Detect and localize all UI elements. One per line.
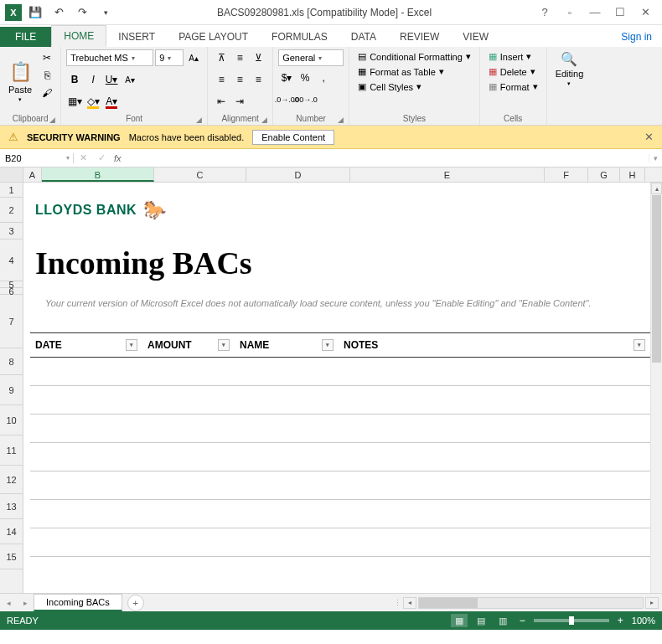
enable-content-button[interactable]: Enable Content xyxy=(252,130,334,145)
filter-name-button[interactable]: ▾ xyxy=(322,339,334,351)
paste-button[interactable]: 📋 Paste ▾ xyxy=(5,49,35,114)
zoom-slider-thumb[interactable] xyxy=(569,616,574,625)
select-all-button[interactable] xyxy=(0,167,23,182)
name-box[interactable]: B20▾ xyxy=(0,153,74,163)
enter-formula-button[interactable]: ✓ xyxy=(92,152,111,163)
clipboard-launcher[interactable]: ◢ xyxy=(49,116,55,124)
zoom-in-button[interactable]: + xyxy=(614,615,627,626)
tab-formulas[interactable]: FORMULAS xyxy=(260,27,339,47)
hscroll-left-button[interactable]: ◂ xyxy=(403,597,416,609)
align-left-button[interactable]: ≡ xyxy=(213,71,230,88)
underline-button[interactable]: U▾ xyxy=(103,71,120,88)
hscroll-thumb[interactable] xyxy=(419,598,478,608)
help-button[interactable]: ? xyxy=(533,3,556,23)
fill-color-button[interactable]: ◇▾ xyxy=(85,93,101,110)
column-header-d[interactable]: D xyxy=(246,167,350,182)
redo-button[interactable]: ↷ xyxy=(72,3,92,23)
tab-review[interactable]: REVIEW xyxy=(388,27,451,47)
ribbon-options-button[interactable]: ▫ xyxy=(558,3,582,23)
column-header-h[interactable]: H xyxy=(620,167,645,182)
conditional-formatting-button[interactable]: ▤Conditional Formatting ▾ xyxy=(354,49,474,64)
tab-insert[interactable]: INSERT xyxy=(106,27,167,47)
cells-area[interactable]: LLOYDS BANK 🐎 Incoming BACs Your current… xyxy=(23,183,662,593)
hscroll-track[interactable] xyxy=(418,597,644,609)
format-as-table-button[interactable]: ▦Format as Table ▾ xyxy=(354,64,474,79)
row-header-12[interactable]: 12 xyxy=(0,466,23,494)
increase-indent-button[interactable]: ⇥ xyxy=(231,93,248,110)
borders-button[interactable]: ▦▾ xyxy=(66,93,83,110)
column-header-g[interactable]: G xyxy=(588,167,620,182)
zoom-out-button[interactable]: − xyxy=(516,615,529,626)
number-format-select[interactable]: General▾ xyxy=(278,49,344,66)
hscroll-split-button[interactable]: ⋮ xyxy=(394,599,401,607)
page-break-view-button[interactable]: ▥ xyxy=(494,614,511,627)
delete-cells-button[interactable]: ▦Delete ▾ xyxy=(485,64,541,79)
formula-input[interactable] xyxy=(125,153,649,163)
sheet-prev-button[interactable]: ◂ xyxy=(7,599,11,607)
row-header-4[interactable]: 4 xyxy=(0,240,23,281)
row-header-8[interactable]: 8 xyxy=(0,348,23,375)
row-header-14[interactable]: 14 xyxy=(0,519,23,544)
minimize-button[interactable]: — xyxy=(583,3,607,23)
decrease-indent-button[interactable]: ⇤ xyxy=(213,93,230,110)
column-header-f[interactable]: F xyxy=(545,167,588,182)
column-header-b[interactable]: B xyxy=(42,167,154,182)
align-top-button[interactable]: ⊼ xyxy=(213,49,230,66)
sign-in-link[interactable]: Sign in xyxy=(611,27,662,47)
undo-button[interactable]: ↶ xyxy=(49,3,69,23)
decrease-decimal-button[interactable]: .00→.0 xyxy=(297,91,313,108)
align-middle-button[interactable]: ≡ xyxy=(231,49,248,66)
row-header-7[interactable]: 7 xyxy=(0,295,23,348)
tab-view[interactable]: VIEW xyxy=(451,27,500,47)
scroll-thumb[interactable] xyxy=(652,195,661,363)
font-color-button[interactable]: A▾ xyxy=(103,93,120,110)
row-header-6[interactable]: 6 xyxy=(0,288,23,295)
cancel-formula-button[interactable]: ✕ xyxy=(74,152,92,163)
font-size-select[interactable]: 9▾ xyxy=(155,49,184,66)
qat-customize-button[interactable]: ▾ xyxy=(96,3,116,23)
cut-button[interactable]: ✂ xyxy=(39,49,55,66)
expand-formula-bar-button[interactable]: ▾ xyxy=(649,154,662,162)
format-cells-button[interactable]: ▦Format ▾ xyxy=(485,80,541,94)
filter-notes-button[interactable]: ▾ xyxy=(634,339,645,351)
close-button[interactable]: ✕ xyxy=(634,3,657,23)
row-header-2[interactable]: 2 xyxy=(0,198,23,223)
row-header-1[interactable]: 1 xyxy=(0,183,23,198)
horizontal-scrollbar[interactable]: ⋮ ◂ ▸ xyxy=(394,597,662,609)
italic-button[interactable]: I xyxy=(85,71,101,88)
comma-button[interactable]: , xyxy=(315,70,332,86)
maximize-button[interactable]: ☐ xyxy=(608,3,632,23)
tab-page-layout[interactable]: PAGE LAYOUT xyxy=(167,27,260,47)
align-bottom-button[interactable]: ⊻ xyxy=(250,49,266,66)
tab-file[interactable]: FILE xyxy=(0,27,51,47)
sheet-tab[interactable]: Incoming BACs xyxy=(34,594,122,611)
insert-cells-button[interactable]: ▦Insert ▾ xyxy=(485,49,541,64)
font-name-select[interactable]: Trebuchet MS▾ xyxy=(66,49,153,66)
add-sheet-button[interactable]: + xyxy=(127,595,144,611)
filter-date-button[interactable]: ▾ xyxy=(126,339,137,351)
copy-button[interactable]: ⎘ xyxy=(39,67,55,84)
row-header-13[interactable]: 13 xyxy=(0,494,23,519)
accounting-format-button[interactable]: $▾ xyxy=(278,70,295,86)
close-security-button[interactable]: ✕ xyxy=(644,131,654,143)
find-select-button[interactable]: 🔍 Editing ▾ xyxy=(552,49,587,89)
tab-home[interactable]: HOME xyxy=(51,25,106,47)
decrease-font-button[interactable]: A▾ xyxy=(122,71,138,88)
scroll-up-button[interactable]: ▴ xyxy=(651,183,662,194)
column-header-e[interactable]: E xyxy=(350,167,545,182)
alignment-launcher[interactable]: ◢ xyxy=(261,116,267,124)
percent-button[interactable]: % xyxy=(297,70,313,86)
filter-amount-button[interactable]: ▾ xyxy=(218,339,230,351)
row-header-15[interactable]: 15 xyxy=(0,544,23,569)
increase-font-button[interactable]: A▴ xyxy=(185,49,202,66)
cell-styles-button[interactable]: ▣Cell Styles ▾ xyxy=(354,80,474,94)
save-button[interactable]: 💾 xyxy=(25,3,45,23)
column-header-c[interactable]: C xyxy=(154,167,246,182)
fx-icon[interactable]: fx xyxy=(114,153,122,163)
tab-data[interactable]: DATA xyxy=(339,27,388,47)
sheet-next-button[interactable]: ▸ xyxy=(23,599,28,607)
bold-button[interactable]: B xyxy=(66,71,83,88)
normal-view-button[interactable]: ▦ xyxy=(451,614,468,627)
font-launcher[interactable]: ◢ xyxy=(196,116,202,124)
align-center-button[interactable]: ≡ xyxy=(231,71,248,88)
